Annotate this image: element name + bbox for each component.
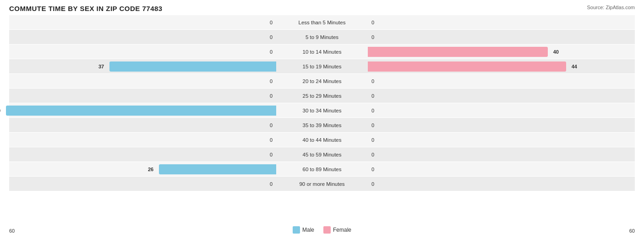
- row-label: 60 to 89 Minutes: [276, 162, 368, 176]
- female-value-label: 0: [371, 108, 374, 113]
- male-value-label: 0: [270, 123, 273, 128]
- male-bar: 26: [159, 164, 276, 174]
- source-text: Source: ZipAtlas.com: [587, 5, 635, 10]
- female-value-label: 0: [371, 78, 374, 84]
- table-row: 37 15 to 19 Minutes 44: [9, 59, 635, 73]
- row-label: 10 to 14 Minutes: [276, 45, 368, 59]
- male-legend-box: [293, 226, 300, 234]
- male-value-label: 0: [270, 152, 273, 157]
- left-section: 0: [9, 45, 276, 59]
- female-value-label: 0: [371, 20, 374, 25]
- table-row: 0 5 to 9 Minutes 0: [9, 30, 635, 44]
- rows-area: 0 Less than 5 Minutes 0 0 5 to 9 Minutes…: [9, 15, 635, 191]
- female-bar-label: 44: [570, 64, 579, 69]
- left-section: 0: [9, 177, 276, 191]
- male-value-label: 0: [270, 181, 273, 187]
- right-section: 40: [368, 45, 635, 59]
- left-section: 0: [9, 30, 276, 44]
- legend-male: Male: [293, 226, 314, 234]
- table-row: 0 40 to 44 Minutes 0: [9, 133, 635, 147]
- row-label: 30 to 34 Minutes: [276, 103, 368, 117]
- left-section: 0: [9, 15, 276, 29]
- female-value-label: 0: [371, 181, 374, 187]
- row-label: 5 to 9 Minutes: [276, 30, 368, 44]
- row-label: 90 or more Minutes: [276, 177, 368, 191]
- table-row: 26 60 to 89 Minutes 0: [9, 162, 635, 176]
- female-legend-box: [323, 226, 331, 234]
- left-section: 0: [9, 133, 276, 147]
- row-label: 35 to 39 Minutes: [276, 118, 368, 132]
- table-row: 0 20 to 24 Minutes 0: [9, 74, 635, 88]
- table-row: 0 10 to 14 Minutes 40: [9, 45, 635, 59]
- left-section: 0: [9, 74, 276, 88]
- male-bar-label: 26: [146, 167, 155, 172]
- female-value-label: 0: [371, 152, 374, 157]
- table-row: 0 Less than 5 Minutes 0: [9, 15, 635, 29]
- female-value-label: 0: [371, 137, 374, 143]
- row-label: Less than 5 Minutes: [276, 15, 368, 29]
- table-row: 0 35 to 39 Minutes 0: [9, 118, 635, 132]
- table-row: 60 30 to 34 Minutes 0: [9, 103, 635, 117]
- right-section: 0: [368, 30, 635, 44]
- right-section: 44: [368, 59, 635, 73]
- female-bar: 40: [368, 47, 548, 57]
- male-value-label: 0: [270, 137, 273, 143]
- row-label: 45 to 59 Minutes: [276, 147, 368, 162]
- male-bar: 37: [109, 61, 276, 72]
- male-value-label: 0: [270, 78, 273, 84]
- female-value-label: 0: [371, 93, 374, 99]
- female-value-label: 0: [371, 34, 374, 40]
- right-section: 0: [368, 147, 635, 162]
- female-bar-label: 40: [551, 49, 561, 55]
- female-value-label: 0: [371, 167, 374, 172]
- row-label: 25 to 29 Minutes: [276, 89, 368, 103]
- chart-container: COMMUTE TIME BY SEX IN ZIP CODE 77483 So…: [0, 0, 644, 240]
- female-value-label: 0: [371, 123, 374, 128]
- table-row: 0 90 or more Minutes 0: [9, 177, 635, 191]
- chart-title: COMMUTE TIME BY SEX IN ZIP CODE 77483: [9, 5, 635, 12]
- right-section: 0: [368, 74, 635, 88]
- right-section: 0: [368, 133, 635, 147]
- female-legend-label: Female: [333, 227, 351, 233]
- male-value-label: 0: [270, 49, 273, 55]
- left-section: 60: [9, 103, 276, 117]
- female-bar: 44: [368, 61, 566, 72]
- right-section: 0: [368, 118, 635, 132]
- row-label: 15 to 19 Minutes: [276, 59, 368, 73]
- table-row: 0 25 to 29 Minutes 0: [9, 89, 635, 103]
- right-section: 0: [368, 15, 635, 29]
- right-section: 0: [368, 177, 635, 191]
- male-bar-label: 60: [0, 108, 2, 113]
- male-legend-label: Male: [302, 227, 314, 233]
- axis-label-left: 60: [9, 228, 15, 234]
- male-bar: 60: [6, 106, 276, 116]
- legend: Male Female: [293, 226, 351, 234]
- male-value-label: 0: [270, 34, 273, 40]
- left-section: 0: [9, 118, 276, 132]
- right-section: 0: [368, 89, 635, 103]
- left-section: 0: [9, 147, 276, 162]
- male-value-label: 0: [270, 93, 273, 99]
- male-bar-label: 37: [97, 64, 106, 69]
- row-label: 40 to 44 Minutes: [276, 133, 368, 147]
- axis-label-right: 60: [629, 228, 635, 234]
- row-label: 20 to 24 Minutes: [276, 74, 368, 88]
- left-section: 26: [9, 162, 276, 176]
- table-row: 0 45 to 59 Minutes 0: [9, 147, 635, 162]
- male-value-label: 0: [270, 20, 273, 25]
- left-section: 0: [9, 89, 276, 103]
- right-section: 0: [368, 162, 635, 176]
- left-section: 37: [9, 59, 276, 73]
- right-section: 0: [368, 103, 635, 117]
- legend-female: Female: [323, 226, 351, 234]
